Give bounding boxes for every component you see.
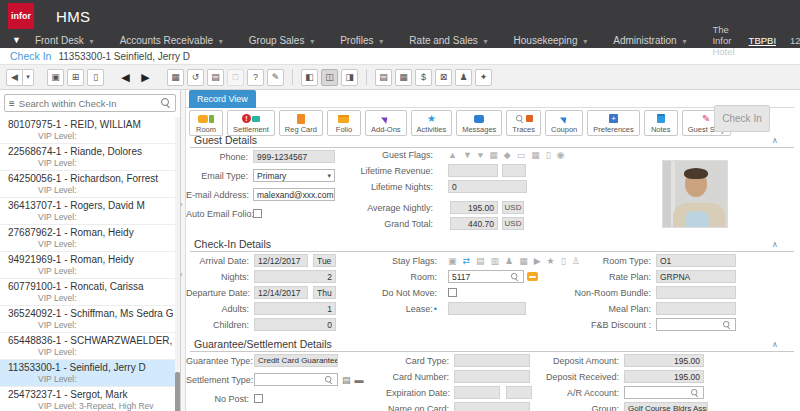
back-button[interactable]: ◀ (6, 69, 23, 86)
action-activities-button[interactable]: ★Activities (411, 110, 453, 136)
help-button[interactable]: ? (247, 69, 264, 86)
warning-down-icon[interactable]: ▼ (463, 150, 472, 160)
auto-email-folio-checkbox[interactable] (253, 209, 262, 218)
new-button[interactable]: ⊞ (67, 69, 84, 86)
list-menu-icon[interactable]: ≡ (9, 98, 15, 109)
no-post-checkbox[interactable] (254, 394, 263, 403)
menu-item-accounts-receivable[interactable]: Accounts Receivable ▾ (120, 35, 223, 46)
next-button[interactable]: ▶ (137, 69, 154, 86)
vip-icon[interactable]: ◆ (504, 150, 511, 160)
panel-right-button[interactable]: ◨ (341, 69, 358, 86)
phone-field[interactable]: 999-1234567 (253, 150, 335, 163)
sidebar-scrollbar[interactable] (175, 117, 180, 411)
do-not-move-checkbox[interactable] (448, 288, 457, 297)
list-item[interactable]: 25473237-1 - Sergot, MarkVIP Level: 3-Re… (0, 387, 175, 411)
list-item[interactable]: 36413707-1 - Rogers, David MVIP Level: (0, 198, 175, 225)
copy-button[interactable]: ▦ (167, 69, 184, 86)
menu-item-administration[interactable]: Administration ▾ (613, 35, 686, 46)
user-link[interactable]: TBPBI (749, 35, 776, 46)
action-add-ons-button[interactable]: Add-Ons (365, 110, 407, 136)
guest-details-collapse-icon[interactable]: ∧ (772, 136, 778, 145)
document-icon[interactable]: ▯ (561, 256, 566, 266)
preview-button[interactable]: □ (227, 69, 244, 86)
menu-caret-icon[interactable]: ▼ (12, 35, 21, 45)
room-lookup-icon[interactable] (511, 273, 519, 281)
action-preferences-button[interactable]: +Preferences (587, 110, 639, 136)
tools-button[interactable]: ✦ (475, 69, 492, 86)
heart-icon[interactable]: ♥ (478, 150, 483, 160)
list-item[interactable]: 94921969-1 - Roman, HeidyVIP Level: (0, 252, 175, 279)
panel-split-button[interactable]: ◫ (321, 69, 338, 86)
calendar-icon[interactable]: ▦ (531, 150, 540, 160)
menu-item-housekeeping[interactable]: Housekeeping ▾ (514, 35, 588, 46)
menu-item-front-desk[interactable]: Front Desk ▾ (35, 35, 94, 46)
guest-button[interactable]: ♟ (455, 69, 472, 86)
action-reg-card-button[interactable]: Reg Card (279, 110, 323, 136)
save-button[interactable]: ▣ (47, 69, 64, 86)
printer-icon[interactable]: ▤ (342, 375, 351, 385)
list-item[interactable]: 80107975-1 - REID, WILLIAMVIP Level: (0, 117, 175, 144)
arrival-date-field[interactable]: 12/12/2017 (254, 254, 308, 267)
back-button-caret[interactable]: ▾ (23, 69, 34, 86)
exit-button[interactable]: ⊠ (435, 69, 452, 86)
document-icon[interactable]: ▯ (546, 150, 551, 160)
list-item[interactable]: 60779100-1 - Roncati, CarissaVIP Level: (0, 279, 175, 306)
room-field[interactable]: 5117 (448, 270, 524, 283)
card-swipe-icon[interactable]: ▬ (355, 375, 364, 385)
action-notes-button[interactable]: Notes (644, 110, 678, 136)
action-room-button[interactable]: Room (189, 110, 223, 136)
previous-button[interactable]: ◀ (117, 69, 134, 86)
fb-discount-lookup-icon[interactable] (723, 321, 731, 329)
children-field[interactable]: 0 (254, 318, 336, 331)
nights-field[interactable]: 2 (254, 270, 336, 283)
panel-left-button[interactable]: ◧ (301, 69, 318, 86)
share-icon[interactable]: ♟ (505, 256, 513, 266)
list-item[interactable]: 22568674-1 - Riande, DoloresVIP Level: (0, 144, 175, 171)
print-button[interactable]: ▤ (207, 69, 224, 86)
check-in-details-collapse-icon[interactable]: ∧ (772, 240, 778, 249)
menu-item-profiles[interactable]: Profiles ▾ (340, 35, 383, 46)
list-item[interactable]: 11353300-1 - Seinfield, Jerry DVIP Level… (0, 360, 175, 387)
briefcase-icon[interactable]: ▣ (448, 256, 457, 266)
flash-icon[interactable]: ▶ (534, 256, 541, 266)
star-icon[interactable]: ★ (547, 256, 555, 266)
report-button[interactable]: ▤ (375, 69, 392, 86)
room-move-icon[interactable]: ⇄ (463, 256, 471, 266)
action-folio-button[interactable]: Folio (327, 110, 361, 136)
list-item[interactable]: 36524092-1 - Schiffman, Ms Sedra GVIP Le… (0, 306, 175, 333)
gift-icon[interactable]: ▦ (489, 150, 498, 160)
grid-icon[interactable]: ▦ (519, 256, 528, 266)
email-address-field[interactable]: malexand@xxx.com (253, 188, 335, 201)
action-messages-button[interactable]: Messages (456, 110, 502, 136)
menu-item-group-sales[interactable]: Group Sales ▾ (249, 35, 314, 46)
fb-discount-field[interactable] (656, 318, 736, 331)
check-in-button[interactable]: Check In (714, 105, 770, 132)
settlement-type-field[interactable] (254, 373, 338, 386)
calendar-button[interactable]: ▦ (395, 69, 412, 86)
delete-button[interactable]: ▯ (87, 69, 104, 86)
adults-field[interactable]: 1 (254, 302, 336, 315)
edit-button[interactable]: ✎ (267, 69, 284, 86)
tab-record-view[interactable]: Record View (189, 90, 256, 108)
action-settlement-button[interactable]: !Settlement (227, 110, 275, 136)
departure-date-field[interactable]: 12/14/2017 (254, 286, 308, 299)
menu-item-rate-and-sales[interactable]: Rate and Sales ▾ (409, 35, 487, 46)
undo-button[interactable]: ↺ (187, 69, 204, 86)
bed-icon[interactable] (527, 272, 538, 281)
settlement-lookup-icon[interactable] (325, 376, 333, 384)
list-item[interactable]: 65448836-1 - SCHWARZWAELDER, ...VIP Leve… (0, 333, 175, 360)
action-traces-button[interactable]: Traces (506, 110, 541, 136)
location-icon[interactable]: ◉ (557, 150, 565, 160)
copy-icon[interactable]: ▥ (491, 256, 500, 266)
list-item[interactable]: 64250056-1 - Richardson, ForrestVIP Leve… (0, 171, 175, 198)
chat-icon[interactable]: ▭ (517, 150, 526, 160)
warning-up-icon[interactable]: ▲ (448, 150, 457, 160)
ar-account-lookup-icon[interactable] (691, 389, 699, 397)
search-icon[interactable] (161, 98, 171, 108)
cash-button[interactable]: $ (415, 69, 432, 86)
building-icon[interactable]: ▤ (476, 256, 485, 266)
email-type-select[interactable]: Primary▾ (253, 169, 335, 182)
search-input[interactable] (19, 98, 161, 109)
ar-account-field[interactable] (624, 386, 704, 399)
splitter-left-icon[interactable]: ‹ (180, 270, 183, 279)
